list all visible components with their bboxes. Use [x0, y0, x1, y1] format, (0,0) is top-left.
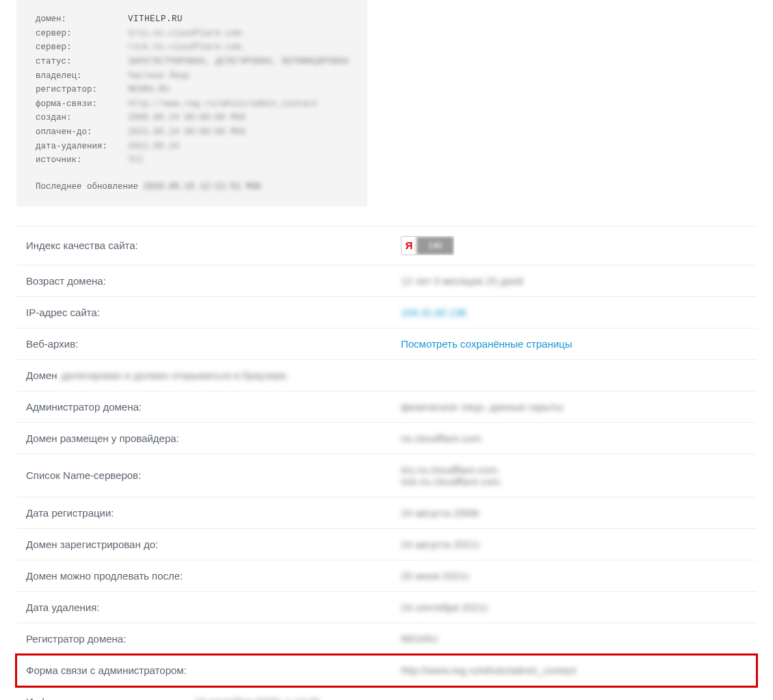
yandex-iqc-value: 140 — [417, 237, 454, 255]
label-quality: Индекс качества сайта: — [26, 239, 401, 251]
label-provider: Домен размещен у провайдера: — [26, 432, 401, 444]
whois-label: оплачен-до: — [36, 127, 128, 137]
label-reg-until: Домен зарегистрирован до: — [26, 539, 401, 550]
whois-label: сервер: — [36, 42, 128, 52]
whois-last-update: Последнее обновление 2020.09.15 12:21:51… — [36, 180, 348, 194]
label-del-date: Дата удаления: — [26, 601, 401, 613]
whois-value: 2008.08.24 00:00:00 MSK — [128, 113, 246, 122]
whois-row: владелец: Частное Лицо — [36, 69, 348, 83]
value-admin: физическое лицо, данные скрыты — [401, 401, 747, 413]
whois-label: дата-удаления: — [36, 142, 128, 151]
row-nameservers: Список Name-серверов: iris.ns.cloudflare… — [16, 454, 757, 497]
row-reg-until: Домен зарегистрирован до: 24 августа 202… — [16, 529, 757, 560]
value-del-date: 24 сентября 2021г. — [401, 601, 747, 613]
whois-label: владелец: — [36, 71, 128, 81]
value-domain-status: делегирован и должен открываться в брауз… — [62, 370, 747, 381]
archive-link[interactable]: Посмотреть сохранённые страницы — [401, 338, 747, 350]
row-del-date: Дата удаления: 24 сентября 2021г. — [16, 592, 757, 623]
value-contact-form[interactable]: http://www.reg.ru/whois/admin_contact — [401, 664, 747, 676]
whois-value: rick.ns.cloudflare.com. — [128, 42, 246, 52]
row-archive: Веб-архив: Посмотреть сохранённые страни… — [16, 328, 757, 360]
row-quality: Индекс качества сайта: Я 140 — [16, 226, 757, 265]
row-age: Возраст домена: 12 лет 0 месяцев 25 дней — [16, 265, 757, 297]
whois-row: дата-удаления: 2021.09.24 — [36, 140, 348, 154]
whois-update-label: Последнее обновление — [36, 182, 144, 192]
label-ip: IP-адрес сайта: — [26, 307, 401, 318]
whois-row: создан: 2008.08.24 00:00:00 MSK — [36, 111, 348, 125]
whois-row: сервер: iris.ns.cloudflare.com. — [36, 27, 348, 41]
whois-value: 2021.09.24 — [128, 142, 179, 151]
whois-label: источник: — [36, 155, 128, 165]
value-quality: Я 140 — [401, 236, 747, 255]
value-age: 12 лет 0 месяцев 25 дней — [401, 275, 747, 287]
value-nameservers: iris.ns.cloudflare.com. rick.ns.cloudfla… — [401, 464, 747, 487]
label-renew-after: Домен можно продлевать после: — [26, 570, 401, 582]
whois-label: форма-связи: — [36, 99, 128, 109]
value-reg-until: 24 августа 2021г. — [401, 539, 747, 550]
row-retrieved: Информация по домену получена 15 сентябр… — [16, 686, 757, 701]
whois-row: сервер: rick.ns.cloudflare.com. — [36, 40, 348, 55]
row-admin: Администратор домена: физическое лицо, д… — [16, 391, 757, 423]
row-renew-after: Домен можно продлевать после: 25 июня 20… — [16, 560, 757, 592]
whois-value: Частное Лицо — [128, 71, 189, 81]
row-domain-status: Домен делегирован и должен открываться в… — [16, 360, 757, 391]
label-admin: Администратор домена: — [26, 401, 401, 413]
yandex-iqc-badge: Я 140 — [401, 236, 454, 255]
value-reg-date: 24 августа 2008г. — [401, 507, 747, 519]
row-contact-form: Форма связи с администратором: http://ww… — [16, 655, 757, 686]
whois-value: ЗАРЕГИСТРИРОВАН, ДЕЛЕГИРОВАН, ВЕРИФИЦИРО… — [128, 57, 349, 66]
yandex-logo-icon: Я — [402, 237, 417, 255]
ns-line-2: rick.ns.cloudflare.com. — [401, 476, 747, 487]
whois-label: статус: — [36, 57, 128, 66]
whois-label: домен: — [36, 14, 128, 24]
row-ip: IP-адрес сайта: 104.31.82.136 — [16, 297, 757, 328]
info-table: Индекс качества сайта: Я 140 Возраст дом… — [16, 226, 757, 701]
whois-row: форма-связи: http://www.reg.ru/whois/adm… — [36, 97, 348, 112]
label-registrar: Регистратор домена: — [26, 633, 401, 645]
whois-value: iris.ns.cloudflare.com. — [128, 29, 246, 38]
label-contact-form: Форма связи с администратором: — [26, 664, 401, 676]
ns-line-1: iris.ns.cloudflare.com. — [401, 464, 747, 476]
value-registrar: REGRU — [401, 633, 747, 645]
value-renew-after: 25 июня 2021г. — [401, 570, 747, 582]
whois-update-value: 2020.09.15 12:21:51 MSK — [144, 182, 262, 192]
value-ip[interactable]: 104.31.82.136 — [401, 307, 747, 318]
whois-block: домен: VITHELP.RUсервер: iris.ns.cloudfl… — [16, 0, 367, 207]
whois-row: домен: VITHELP.RU — [36, 12, 348, 27]
label-age: Возраст домена: — [26, 275, 401, 287]
label-archive: Веб-архив: — [26, 338, 401, 350]
whois-value: VITHELP.RU — [128, 14, 183, 24]
row-provider: Домен размещен у провайдера: ns.cloudfla… — [16, 423, 757, 454]
whois-label: создан: — [36, 113, 128, 122]
value-retrieved: 15 сентября 2020г. в 12:25 — [194, 696, 747, 701]
label-domain-status: Домен — [26, 370, 57, 381]
whois-label: регистратор: — [36, 85, 128, 94]
whois-label: сервер: — [36, 29, 128, 38]
whois-value: REGRU-RU — [128, 85, 169, 94]
whois-value: TCI — [128, 155, 144, 165]
whois-row: регистратор: REGRU-RU — [36, 83, 348, 97]
row-registrar: Регистратор домена: REGRU — [16, 623, 757, 655]
label-nameservers: Список Name-серверов: — [26, 469, 401, 481]
value-provider: ns.cloudflare.com — [401, 432, 747, 444]
whois-row: источник: TCI — [36, 153, 348, 168]
label-reg-date: Дата регистрации: — [26, 507, 401, 519]
whois-row: оплачен-до: 2021.08.24 00:00:00 MSK — [36, 125, 348, 140]
whois-value: http://www.reg.ru/whois/admin_contact — [128, 99, 318, 109]
row-reg-date: Дата регистрации: 24 августа 2008г. — [16, 497, 757, 529]
whois-value: 2021.08.24 00:00:00 MSK — [128, 127, 246, 137]
label-retrieved: Информация по домену получена — [26, 696, 189, 701]
whois-row: статус: ЗАРЕГИСТРИРОВАН, ДЕЛЕГИРОВАН, ВЕ… — [36, 55, 348, 69]
